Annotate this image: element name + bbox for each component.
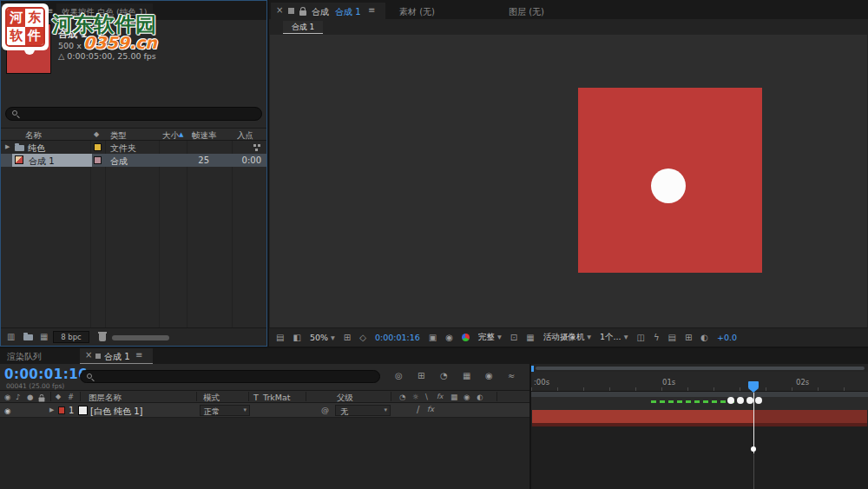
auto-keyframe-icon[interactable]: ◎ — [395, 372, 403, 380]
column-t[interactable]: T — [253, 393, 259, 402]
comp-tab-icon — [95, 354, 101, 359]
project-row-solids[interactable]: ▶ 纯色 文件夹 — [1, 141, 266, 154]
viewer-subtab[interactable]: 合成 1 — [283, 21, 323, 34]
eye-icon[interactable]: ◉ — [4, 406, 10, 415]
layer-duration-bar[interactable] — [532, 410, 753, 423]
quality-toggle-icon[interactable]: / — [417, 406, 419, 414]
timeline-left-pane: 0:00:01:16 00041 (25.00 fps) ◎ ⊞ ◔ ▦ ◉ ≈… — [0, 364, 529, 489]
lock-icon[interactable] — [299, 10, 306, 16]
close-icon[interactable]: × — [85, 351, 92, 360]
mask-visibility-icon[interactable]: ◇ — [359, 334, 366, 342]
layer-row[interactable]: ◉ ▶ 1 [白色 纯色 1] 正常 ▾ @ 无 ▾ / fx — [0, 403, 529, 418]
eye-icon[interactable]: ◉ — [4, 393, 10, 401]
show-snapshot-icon[interactable]: ◉ — [445, 334, 453, 342]
blend-mode-dropdown[interactable]: 正常 ▾ — [200, 405, 250, 416]
lock-icon[interactable] — [39, 397, 45, 401]
flowchart-icon[interactable] — [253, 144, 256, 147]
transparency-grid-icon[interactable]: ▦ — [526, 334, 534, 342]
adjustment-switch-icon[interactable]: ◐ — [477, 393, 483, 401]
tab-project[interactable]: 项目 — [1, 3, 43, 20]
project-row-comp[interactable]: 合成 1 合成 25 0:00 — [1, 154, 266, 167]
panel-menu-icon[interactable]: ≡ — [135, 351, 142, 360]
sort-ascending-icon[interactable]: ▲ — [179, 131, 183, 138]
tab-layer[interactable]: 图层 (无) — [509, 6, 544, 18]
current-timecode[interactable]: 0:00:01:16 — [4, 367, 88, 382]
panel-menu-icon[interactable]: ≡ — [46, 7, 53, 16]
graph-editor-icon[interactable]: ≈ — [508, 372, 515, 380]
red-solid-layer[interactable] — [578, 88, 762, 273]
audio-icon[interactable]: ♪ — [16, 393, 20, 401]
timeline-button-icon[interactable]: ▤ — [668, 334, 676, 342]
grid-options-icon[interactable]: ⊞ — [344, 334, 351, 342]
tab-composition[interactable]: × 合成 合成 1 ≡ — [271, 3, 385, 19]
zoom-dropdown[interactable]: 50% ▾ — [310, 333, 335, 342]
tab-footage[interactable]: 素材 (无) — [399, 6, 435, 18]
time-navigator-bar[interactable] — [536, 367, 865, 370]
mini-flowchart-icon[interactable]: ⊞ — [418, 372, 424, 380]
project-search-input[interactable] — [5, 107, 262, 121]
region-of-interest-icon[interactable]: ⊡ — [510, 334, 517, 342]
panel-menu-icon[interactable]: ≡ — [368, 6, 375, 15]
solo-icon[interactable]: ● — [27, 393, 33, 401]
preview-timecode[interactable]: 0:00:01:16 — [375, 333, 420, 342]
shy-icon[interactable]: ◔ — [440, 372, 448, 380]
frame-blend-switch-icon[interactable]: ▦ — [450, 393, 457, 401]
fx-toggle-icon[interactable]: fx — [427, 406, 434, 413]
timeline-search-input[interactable] — [80, 370, 380, 383]
always-preview-icon[interactable]: ▤ — [276, 334, 284, 342]
keyframe-dot[interactable] — [737, 397, 744, 404]
disclosure-icon[interactable]: ▶ — [5, 144, 10, 150]
disclosure-icon[interactable]: ▶ — [49, 407, 54, 413]
pixel-aspect-icon[interactable]: ◫ — [636, 334, 644, 342]
tab-effect-controls[interactable]: 效果控件 白色 (纯色 1) — [56, 3, 153, 20]
layer-index: 1 — [69, 406, 74, 415]
label-column-icon[interactable]: ◆ — [56, 393, 61, 400]
new-composition-icon[interactable]: ▦ — [40, 333, 48, 341]
tab-timeline-comp[interactable]: × 合成 1 ≡ — [80, 348, 153, 364]
fast-previews-icon[interactable]: ϟ — [654, 334, 660, 342]
exposure-value[interactable]: +0.0 — [717, 333, 737, 342]
reset-exposure-icon[interactable]: ◐ — [700, 334, 708, 342]
collapse-switch-icon[interactable]: ☼ — [412, 393, 419, 401]
parent-pick-whip-icon[interactable]: @ — [321, 406, 329, 414]
playhead-marker[interactable] — [748, 381, 759, 388]
label-color-chip[interactable] — [94, 143, 102, 151]
new-folder-icon[interactable] — [23, 334, 33, 340]
trash-icon[interactable] — [99, 334, 106, 341]
quality-switch-icon[interactable]: \ — [425, 393, 428, 401]
interpret-footage-icon[interactable]: ▥ — [7, 333, 15, 341]
shy-switch-icon[interactable]: ◔ — [399, 393, 405, 401]
index-column-icon[interactable]: # — [68, 393, 74, 401]
camera-view-dropdown[interactable]: 活动摄像机 ▾ — [543, 332, 591, 343]
project-panel: 项目 ≡ 效果控件 白色 (纯色 1) 合成 1 500 x 500 (1.00… — [0, 0, 267, 347]
show-channel-icon[interactable] — [462, 334, 470, 341]
layer-duration-bar-after-playhead[interactable] — [753, 410, 867, 423]
keyframe-dot[interactable] — [755, 397, 762, 404]
time-ruler[interactable]: :00s 01s 02s — [531, 372, 868, 392]
horizontal-scrollbar[interactable] — [112, 335, 169, 340]
comp-thumbnail-circle — [24, 44, 35, 55]
layer-name[interactable]: [白色 纯色 1] — [90, 406, 143, 418]
composition-viewport[interactable] — [270, 35, 867, 327]
resolution-dropdown[interactable]: 完整 ▾ — [478, 332, 502, 343]
bpc-button[interactable]: 8 bpc — [53, 331, 89, 343]
fx-switch-icon[interactable]: fx — [437, 393, 444, 400]
keyframe-dot[interactable] — [727, 397, 734, 404]
view-layout-dropdown[interactable]: 1个... ▾ — [600, 332, 628, 343]
label-color-chip[interactable] — [58, 406, 65, 414]
comp-flowchart-icon[interactable]: ⊞ — [685, 334, 692, 342]
motion-blur-switch-icon[interactable]: ◉ — [464, 393, 470, 401]
frame-blend-icon[interactable]: ▦ — [463, 372, 470, 380]
tab-render-queue[interactable]: 渲染队列 — [7, 351, 42, 363]
label-column-icon[interactable]: ◆ — [94, 131, 99, 138]
label-color-chip[interactable] — [94, 156, 102, 164]
comp-thumbnail[interactable] — [6, 23, 51, 74]
primary-viewer-icon[interactable]: ◧ — [293, 334, 300, 342]
motion-blur-icon[interactable]: ◉ — [485, 372, 493, 380]
close-icon[interactable]: × — [276, 6, 283, 15]
snapshot-icon[interactable]: ▣ — [429, 334, 437, 342]
column-trkmat[interactable]: TrkMat — [263, 393, 291, 402]
keyframe-dot[interactable] — [746, 397, 753, 404]
playhead-line[interactable] — [753, 393, 754, 453]
parent-dropdown[interactable]: 无 ▾ — [335, 405, 391, 416]
